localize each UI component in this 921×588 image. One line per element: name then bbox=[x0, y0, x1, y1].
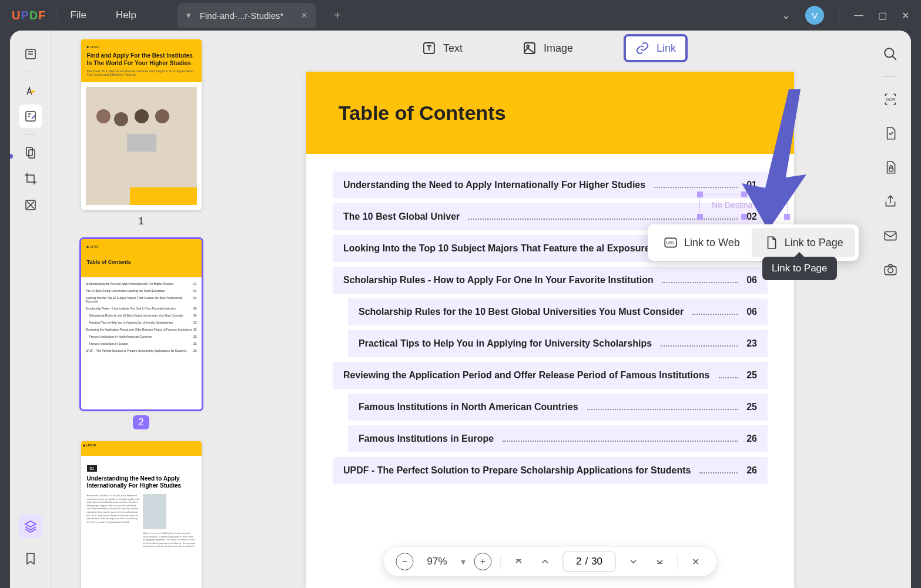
share-icon[interactable] bbox=[879, 190, 902, 213]
reader-tool-icon[interactable] bbox=[19, 42, 42, 66]
toc-leader bbox=[692, 314, 738, 315]
convert-icon[interactable] bbox=[879, 122, 902, 145]
redact-tool-icon[interactable] bbox=[19, 193, 42, 217]
link-icon bbox=[635, 41, 649, 55]
page-number-input[interactable]: 2 / 30 bbox=[563, 552, 616, 572]
svg-rect-18 bbox=[889, 168, 893, 171]
next-page-icon[interactable] bbox=[625, 553, 642, 570]
svg-rect-10 bbox=[127, 134, 156, 152]
link-to-web-option[interactable]: URL Link to Web bbox=[651, 228, 752, 257]
svg-rect-3 bbox=[29, 150, 35, 158]
app-logo: UPDF bbox=[12, 9, 46, 22]
first-page-icon[interactable] bbox=[510, 553, 528, 570]
prev-page-icon[interactable] bbox=[537, 553, 554, 570]
window-controls: ⌄ V — ▢ ✕ bbox=[782, 6, 909, 25]
right-toolbar: OCR bbox=[870, 31, 911, 588]
separator bbox=[678, 555, 678, 569]
zoom-out-icon[interactable]: − bbox=[396, 553, 413, 570]
thumbnail-page-3[interactable]: ■ UPDF 01 Understanding the Need to Appl… bbox=[81, 441, 202, 588]
thumbnail-number: 1 bbox=[69, 216, 213, 227]
thumbnail-page-2[interactable]: ■ UPDFTable of Contents Understanding th… bbox=[81, 239, 202, 409]
divider bbox=[839, 8, 839, 22]
close-icon[interactable]: ✕ bbox=[902, 10, 909, 21]
link-tool[interactable]: Link bbox=[624, 34, 688, 62]
email-icon[interactable] bbox=[879, 224, 902, 247]
tab-dropdown-icon[interactable]: ▾ bbox=[186, 10, 191, 21]
toc-leader bbox=[661, 345, 738, 347]
thumbnail-page-1[interactable]: ■ UPDF Find and Apply For the Best Insti… bbox=[81, 39, 202, 210]
thumbnail-wrap: ■ UPDF Find and Apply For the Best Insti… bbox=[69, 39, 213, 227]
toc-row[interactable]: UPDF - The Perfect Solution to Prepare S… bbox=[333, 457, 768, 484]
protect-icon[interactable] bbox=[879, 156, 902, 179]
ocr-icon[interactable]: OCR bbox=[879, 88, 902, 111]
toc-row[interactable]: Scholarship Rules - How to Apply For One… bbox=[333, 267, 768, 294]
dropdown-icon[interactable]: ⌄ bbox=[782, 9, 791, 22]
text-tool-label: Text bbox=[443, 42, 463, 55]
toc-text: Understanding the Need to Apply Internat… bbox=[343, 180, 645, 190]
svg-point-6 bbox=[96, 109, 110, 123]
toc-leader bbox=[587, 409, 738, 410]
link-type-popup: URL Link to Web Link to Page bbox=[648, 224, 859, 261]
toc-page-number: 25 bbox=[746, 402, 757, 412]
separator bbox=[883, 76, 897, 77]
toc-row[interactable]: Famous Institutions in North American Co… bbox=[348, 394, 768, 421]
page-header: Table of Contents bbox=[306, 72, 794, 154]
maximize-icon[interactable]: ▢ bbox=[878, 10, 887, 21]
bookmark-icon[interactable] bbox=[19, 547, 42, 570]
edit-tool-icon[interactable] bbox=[19, 105, 42, 128]
text-icon bbox=[422, 41, 436, 55]
page-canvas[interactable]: Table of Contents Understanding the Need… bbox=[230, 66, 870, 588]
image-tool[interactable]: Image bbox=[513, 36, 582, 60]
comment-tool-icon[interactable] bbox=[19, 78, 42, 102]
page-title: Table of Contents bbox=[339, 102, 506, 125]
toc-leader bbox=[662, 282, 738, 283]
zoom-dropdown-icon[interactable]: ▾ bbox=[461, 556, 465, 567]
menu-file[interactable]: File bbox=[70, 9, 86, 21]
tab-close-icon[interactable]: × bbox=[301, 9, 307, 22]
camera-icon[interactable] bbox=[879, 258, 902, 281]
document-tab[interactable]: ▾ Find-and-...r-Studies* × bbox=[177, 3, 316, 28]
document-view: Text Image Link Table of Contents Unders… bbox=[230, 31, 870, 588]
thumbnail-wrap: ■ UPDFTable of Contents Understanding th… bbox=[69, 239, 213, 429]
search-icon[interactable] bbox=[879, 42, 902, 66]
organize-tool-icon[interactable] bbox=[19, 140, 42, 164]
avatar[interactable]: V bbox=[805, 6, 824, 25]
toc-row[interactable]: Reviewing the Application Period and Off… bbox=[333, 362, 768, 389]
toc-text: Looking Into the Top 10 Subject Majors T… bbox=[343, 243, 650, 254]
tab-add-icon[interactable]: + bbox=[334, 9, 341, 22]
minimize-icon[interactable]: — bbox=[854, 10, 863, 21]
toc-page-number: 01 bbox=[746, 180, 757, 190]
svg-point-21 bbox=[888, 268, 893, 273]
link-tool-label: Link bbox=[657, 42, 676, 55]
close-nav-icon[interactable]: ✕ bbox=[687, 553, 705, 570]
left-toolbar bbox=[10, 31, 51, 588]
layers-icon[interactable] bbox=[19, 515, 42, 538]
thumbnail-wrap: ■ UPDF 01 Understanding the Need to Appl… bbox=[69, 441, 213, 588]
toc-row[interactable]: Scholarship Rules for the 10 Best Global… bbox=[348, 298, 768, 325]
text-tool[interactable]: Text bbox=[413, 36, 472, 60]
link-to-web-label: Link to Web bbox=[684, 237, 740, 249]
separator bbox=[501, 555, 501, 569]
toc-row[interactable]: Practical Tips to Help You in Applying f… bbox=[348, 330, 768, 357]
link-selection-box[interactable]: No Destina bbox=[699, 194, 788, 217]
zoom-in-icon[interactable]: + bbox=[474, 553, 492, 570]
toc-text: Reviewing the Application Period and Off… bbox=[343, 370, 710, 381]
svg-rect-2 bbox=[26, 147, 32, 156]
svg-text:URL: URL bbox=[666, 240, 675, 246]
toc-row[interactable]: Famous Institutions in Europe26 bbox=[348, 425, 768, 452]
toc-text: Famous Institutions in Europe bbox=[359, 434, 494, 444]
toc-text: Famous Institutions in North American Co… bbox=[359, 402, 578, 412]
toc-leader bbox=[503, 441, 738, 442]
toc-text: Practical Tips to Help You in Applying f… bbox=[359, 338, 652, 349]
svg-point-7 bbox=[114, 112, 128, 126]
toc-text: Scholarship Rules - How to Apply For One… bbox=[343, 275, 654, 285]
menu-help[interactable]: Help bbox=[116, 9, 136, 21]
toc-text: UPDF - The Perfect Solution to Prepare S… bbox=[343, 465, 691, 476]
toc-page-number: 26 bbox=[746, 465, 757, 476]
crop-tool-icon[interactable] bbox=[19, 167, 42, 190]
svg-point-16 bbox=[885, 48, 893, 57]
app-frame: ■ UPDF Find and Apply For the Best Insti… bbox=[10, 31, 911, 588]
svg-point-13 bbox=[527, 45, 529, 48]
toc-page-number: 23 bbox=[746, 338, 757, 349]
last-page-icon[interactable] bbox=[651, 553, 669, 570]
